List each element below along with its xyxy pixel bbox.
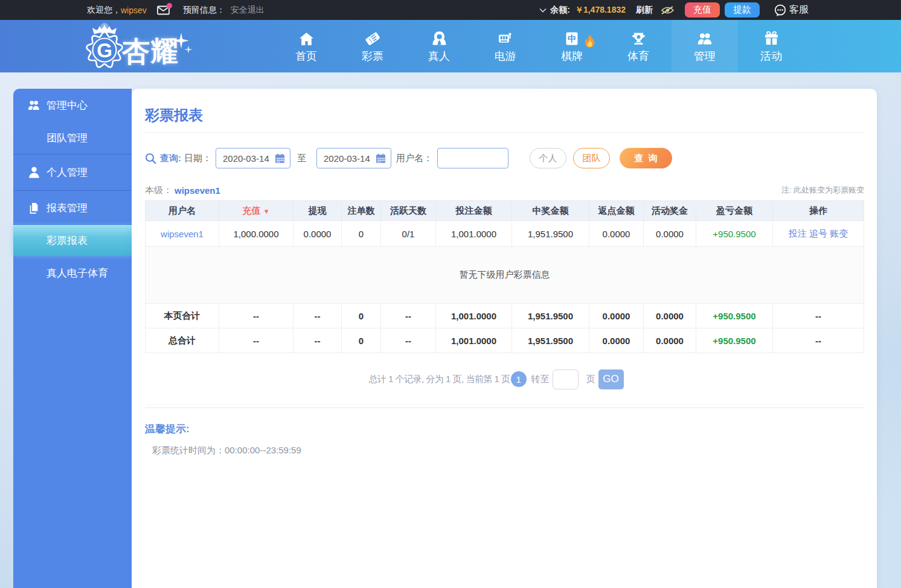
svg-text:中: 中 — [568, 34, 576, 43]
svg-text:G: G — [97, 39, 112, 62]
